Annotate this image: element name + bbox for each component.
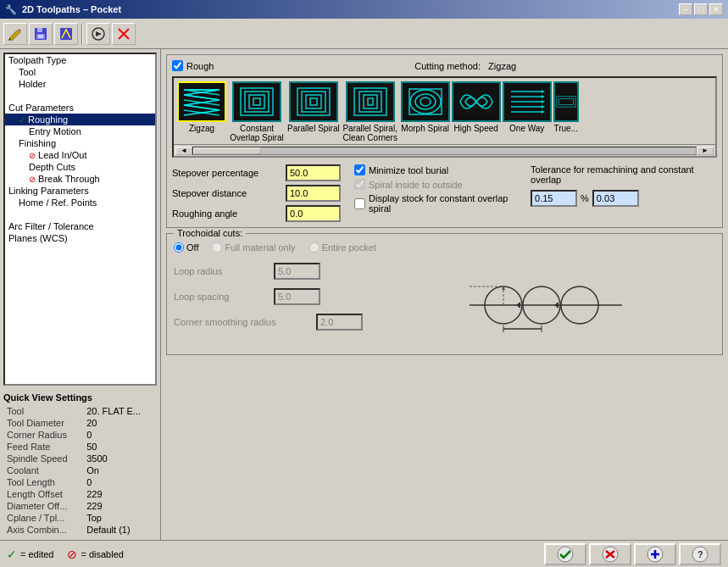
cutting-methods-row: Zigzag Consta [174,78,715,144]
tree-item-depth-cuts[interactable]: Depth Cuts [5,161,155,173]
tree-item-toolpath-type[interactable]: Toolpath Type [5,54,155,66]
window-title: 2D Toolpaths – Pocket [22,4,121,14]
tree-item-holder[interactable]: Holder [5,78,155,90]
radio-full-material-input[interactable] [212,242,222,253]
disabled-label: = disabled [81,549,123,559]
ok-button[interactable] [544,543,586,565]
method-morph-spiral-label: Morph Spiral [401,124,449,133]
methods-scrollbar[interactable]: ◄ ► [174,144,715,156]
qv-label-diameter: Tool Diameter [5,418,83,428]
method-constant-overlap[interactable]: Constant Overlap Spiral [228,81,286,142]
display-stock-checkbox[interactable] [354,198,365,209]
qv-label-coolant: Coolant [5,465,83,475]
toolbar [0,19,728,49]
qv-label-spindle: Spindle Speed [5,453,83,464]
cutting-methods-scroll-area[interactable]: Zigzag Consta [172,76,717,158]
method-parallel-spiral-clean[interactable]: Parallel Spiral, Clean Corners [342,81,399,142]
tolerance-row: % [531,190,717,207]
scroll-track[interactable] [192,147,697,155]
maximize-button[interactable]: □ [694,3,708,15]
pencil-button[interactable] [3,23,27,45]
method-zigzag-label: Zigzag [189,124,214,133]
qv-value-cplane: Top [85,513,155,523]
method-parallel-spiral-label: Parallel Spiral [287,124,340,133]
radio-off-input[interactable] [174,242,184,253]
tree-item-roughing[interactable]: ✓ Roughing [5,114,155,125]
stepover-dist-input[interactable] [286,185,341,202]
svg-rect-14 [292,85,335,119]
method-one-way[interactable]: One Way [503,81,552,142]
rough-checkbox[interactable] [172,60,183,71]
x-icon-break: ⊘ [29,175,36,184]
scroll-left-btn[interactable]: ◄ [175,147,192,155]
radio-entire-pocket[interactable]: Entire pocket [309,242,376,253]
method-zigzag[interactable]: Zigzag [177,81,226,142]
roughing-angle-input[interactable] [286,205,341,222]
save-button[interactable] [29,23,53,45]
edited-label: = edited [20,549,53,559]
tree-item-break-through[interactable]: ⊘ Break Through [5,173,155,185]
tree-item-planes[interactable]: Planes (WCS) [5,232,155,244]
tree-item-entry-motion[interactable]: Entry Motion [5,125,155,137]
title-bar: 🔧 2D Toolpaths – Pocket ─ □ ✕ [0,0,728,19]
right-panel: Rough Cutting method: Zigzag [161,49,728,540]
stepover-pct-label: Stepover percentage [172,168,282,178]
loop-radius-label: Loop radius [174,266,267,276]
toolpath-button[interactable] [54,23,78,45]
tree-item-home-ref[interactable]: Home / Ref. Points [5,197,155,208]
svg-point-53 [558,547,573,562]
cancel-button[interactable] [112,23,136,45]
loop-spacing-input[interactable] [274,288,320,305]
scroll-thumb[interactable] [193,147,261,154]
minimize-burial-label: Minimize tool burial [369,165,448,175]
qv-value-tool-length: 0 [85,477,155,487]
radio-off[interactable]: Off [174,242,198,253]
qv-label-cplane: Cplane / Tpl... [5,513,83,523]
tree-item-lead-in-out[interactable]: ⊘ Lead In/Out [5,149,155,161]
preview-button[interactable] [86,23,110,45]
qv-value-feed: 50 [85,442,155,452]
qv-row-feed: Feed Rate 50 [5,442,155,452]
help-button[interactable]: ? [679,543,721,565]
minimize-button[interactable]: ─ [679,3,692,15]
tree-item-linking-params[interactable]: Linking Parameters [5,185,155,197]
loop-radius-input[interactable] [274,263,320,280]
method-morph-spiral[interactable]: Morph Spiral [401,81,450,142]
minimize-burial-checkbox[interactable] [354,164,365,175]
trochoidal-diagram [376,263,715,347]
rough-header-row: Rough Cutting method: Zigzag [172,60,717,71]
check-icon: ✓ [19,115,25,125]
bottom-buttons: ? [544,543,721,565]
stepover-pct-input[interactable] [286,164,341,181]
method-parallel-spiral[interactable]: Parallel Spiral [287,81,340,142]
qv-row-tool-length: Tool Length 0 [5,477,155,487]
params-right: Tolerance for remachining and constant o… [531,164,717,222]
qv-label-diam-offset: Diameter Off... [5,501,83,511]
svg-text:?: ? [697,549,703,559]
tolerance-value-input[interactable] [592,190,639,207]
loop-spacing-label: Loop spacing [174,292,267,302]
svg-rect-9 [236,85,278,119]
corner-smoothing-input[interactable] [316,314,363,331]
check-icon-legend: ✓ [7,548,17,561]
radio-entire-pocket-input[interactable] [309,242,320,253]
method-true[interactable]: True... [553,81,579,142]
tree-item-finishing[interactable]: Finishing [5,137,155,149]
tree-item-tool[interactable]: Tool [5,66,155,78]
cancel-ok-button[interactable] [589,543,631,565]
close-button[interactable]: ✕ [709,3,723,15]
tree-item-arc-filter[interactable]: Arc Filter / Tolerance [5,220,155,232]
tree-item-cut-params[interactable]: Cut Parameters [5,102,155,114]
scroll-right-btn[interactable]: ► [697,147,714,155]
rough-label: Rough [186,61,214,71]
display-stock-row: Display stock for constant overlap spira… [354,193,524,214]
spiral-checkbox[interactable] [354,179,365,190]
tree-area[interactable]: Toolpath Type Tool Holder Cut Parameters… [3,53,157,386]
cutting-method-display: Cutting method: Zigzag [214,61,717,71]
add-button[interactable] [634,543,676,565]
method-high-speed[interactable]: High Speed [452,81,501,142]
qv-label-feed: Feed Rate [5,442,83,452]
tolerance-pct-input[interactable] [531,190,577,207]
radio-full-material[interactable]: Full material only [212,242,295,253]
qv-value-corner: 0 [85,430,155,440]
